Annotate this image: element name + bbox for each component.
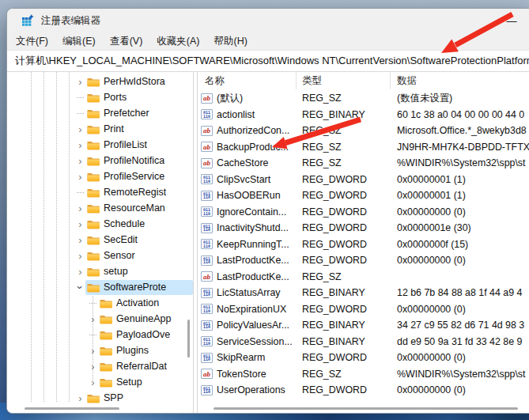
tree-item-secedit[interactable]: ›SecEdit — [7, 232, 193, 248]
value-data: %WINDIR%\System32\spp\st — [391, 157, 529, 168]
tree-item-body[interactable]: SecEdit — [85, 233, 193, 248]
chevron-collapsed-icon[interactable]: › — [75, 140, 85, 150]
value-name-cell: 011110LastProductKe... — [198, 255, 297, 266]
tree-item-body[interactable]: SoftwareProte — [85, 280, 193, 295]
tree-item-profilenotifica[interactable]: ›ProfileNotifica — [7, 153, 193, 168]
chevron-collapsed-icon[interactable]: › — [75, 172, 85, 182]
registry-value-row-backupproduc[interactable]: abBackupProduc...REG_SZJN9HR-MH7K4-DBPDD… — [198, 139, 529, 156]
registry-value-row-lastproductke[interactable]: 011110LastProductKe...REG_DWORD0x0000000… — [198, 252, 529, 269]
menu-item-view[interactable]: 查看(V) — [103, 33, 150, 50]
tree-item-body[interactable]: ProfileList — [85, 138, 193, 153]
tree-item-prefetcher[interactable]: Prefetcher — [7, 105, 193, 121]
tree-item-payloadove[interactable]: PayloadOve — [7, 327, 193, 342]
tree-item-body[interactable]: Activation — [98, 296, 193, 311]
registry-tree-pane[interactable]: ›PerHwIdStoraPortsPrefetcher›Print›Profi… — [7, 72, 194, 413]
tree-item-body[interactable]: Schedule — [85, 217, 193, 232]
menu-item-help[interactable]: 帮助(H) — [206, 33, 254, 50]
tree-item-softwareprote[interactable]: ›SoftwareProte — [7, 279, 193, 295]
registry-value-row-licstatusarray[interactable]: 011110LicStatusArrayREG_BINARY12 b6 7b 8… — [198, 285, 529, 301]
chevron-collapsed-icon[interactable]: › — [75, 235, 85, 245]
chevron-expanded-icon[interactable]: › — [75, 282, 85, 293]
tree-item-profileservice[interactable]: ›ProfileService — [7, 168, 193, 184]
tree-item-body[interactable]: SPP — [85, 391, 193, 406]
menu-item-favorites[interactable]: 收藏夹(A) — [149, 33, 206, 50]
column-header-name[interactable]: 名称 — [198, 72, 297, 89]
tree-item-ports[interactable]: Ports — [7, 89, 193, 105]
tree-item-body[interactable]: PayloadOve — [98, 327, 193, 342]
tree-item-setup[interactable]: ›setup — [7, 263, 193, 279]
tree-item-label: SoftwareProte — [104, 282, 166, 293]
registry-value-row-lastproductke[interactable]: abLastProductKe...REG_SZ — [198, 269, 529, 286]
chevron-collapsed-icon[interactable]: › — [75, 267, 85, 277]
menu-item-file[interactable]: 文件(F) — [9, 33, 55, 50]
tree-item-sensor[interactable]: ›Sensor — [7, 248, 193, 263]
chevron-collapsed-icon[interactable]: › — [75, 393, 85, 403]
registry-value-row-useroperations[interactable]: 011110UserOperationsREG_DWORD0x00000000 … — [198, 382, 529, 399]
tree-item-perhwidstora[interactable]: ›PerHwIdStora — [7, 74, 193, 89]
tree-item-genuineapp[interactable]: ›GenuineApp — [7, 311, 193, 327]
registry-values-pane[interactable]: 名称类型数据 ab(默认)REG_SZ(数值未设置)011110actionli… — [197, 72, 529, 413]
registry-value-row-noexpirationux[interactable]: 011110NoExpirationUXREG_DWORD0x00000000 … — [198, 301, 529, 318]
chevron-collapsed-icon[interactable]: › — [88, 377, 98, 388]
tree-item-referraldat[interactable]: ›ReferralDat — [7, 358, 193, 374]
tree-item-activation[interactable]: Activation — [7, 295, 193, 311]
tree-item-body[interactable]: ReferralDat — [98, 359, 193, 374]
tree-item-body[interactable]: Plugins — [98, 343, 193, 358]
chevron-collapsed-icon[interactable]: › — [75, 203, 85, 214]
binary-value-icon: 011110 — [201, 206, 213, 217]
tree-item-body[interactable]: PerHwIdStora — [85, 74, 193, 89]
registry-value-row-clipsvcstart[interactable]: 011110ClipSvcStartREG_DWORD0x00000001 (1… — [198, 172, 529, 188]
binary-value-icon: 011110 — [201, 353, 213, 363]
tree-item-body[interactable]: Prefetcher — [85, 106, 193, 121]
tree-vertical-scrollbar-thumb[interactable] — [187, 320, 190, 358]
tree-item-body[interactable]: RemoteRegist — [85, 185, 193, 200]
column-header-type[interactable]: 类型 — [297, 72, 391, 89]
tree-item-print[interactable]: ›Print — [7, 121, 193, 137]
registry-value-row-默认[interactable]: ab(默认)REG_SZ(数值未设置) — [198, 90, 529, 107]
list-column-headers: 名称类型数据 — [198, 72, 529, 89]
column-header-data[interactable]: 数据 — [391, 72, 529, 89]
address-bar-input[interactable] — [7, 55, 529, 67]
tree-item-schedule[interactable]: ›Schedule — [7, 216, 193, 232]
tree-item-label: PayloadOve — [116, 329, 170, 340]
chevron-collapsed-icon[interactable]: › — [88, 346, 98, 356]
registry-value-row-ignorecontain[interactable]: 011110IgnoreContain...REG_DWORD0x0000000… — [198, 204, 529, 221]
tree-item-body[interactable]: ResourceMan — [85, 201, 193, 216]
registry-value-row-policyvaluesar[interactable]: 011110PolicyValuesAr...REG_BINARY34 27 c… — [198, 317, 529, 334]
registry-value-row-hasooberun[interactable]: 011110HasOOBERunREG_DWORD0x00000001 (1) — [198, 187, 529, 204]
tree-horizontal-scrollbar-thumb[interactable] — [25, 407, 119, 410]
chevron-collapsed-icon[interactable]: › — [88, 314, 98, 324]
tree-item-body[interactable]: ProfileNotifica — [85, 153, 193, 168]
chevron-collapsed-icon[interactable]: › — [75, 156, 85, 166]
registry-value-row-actionlist[interactable]: 011110actionlistREG_BINARY60 1c 38 a0 04… — [198, 107, 529, 123]
registry-value-row-servicesession[interactable]: 011110ServiceSession...REG_BINARYdd e9 5… — [198, 334, 529, 350]
tree-item-remoteregist[interactable]: RemoteRegist — [7, 184, 193, 200]
minimize-button[interactable]: — — [498, 9, 525, 32]
menu-item-edit[interactable]: 编辑(E) — [55, 33, 103, 50]
chevron-collapsed-icon[interactable]: › — [75, 124, 85, 134]
chevron-collapsed-icon[interactable]: › — [75, 77, 85, 87]
tree-item-profilelist[interactable]: ›ProfileList — [7, 137, 193, 153]
chevron-collapsed-icon[interactable]: › — [75, 251, 85, 261]
tree-item-body[interactable]: Setup — [98, 375, 193, 390]
registry-value-row-inactivityshutd[interactable]: 011110InactivityShutd...REG_DWORD0x00000… — [198, 220, 529, 236]
tree-item-body[interactable]: setup — [85, 264, 193, 279]
tree-item-body[interactable]: GenuineApp — [98, 312, 193, 327]
tree-item-setup[interactable]: ›Setup — [7, 374, 193, 390]
registry-value-row-skiprearm[interactable]: 011110SkipRearmREG_DWORD0x00000000 (0) — [198, 350, 529, 366]
tree-item-plugins[interactable]: ›Plugins — [7, 342, 193, 358]
tree-item-body[interactable]: ProfileService — [85, 169, 193, 184]
list-horizontal-scrollbar-thumb[interactable] — [213, 407, 518, 410]
tree-item-body[interactable]: Print — [85, 122, 193, 137]
tree-item-resourceman[interactable]: ›ResourceMan — [7, 200, 193, 216]
registry-value-row-authorizedcon[interactable]: abAuthorizedCon...REG_SZMicrosoft.Office… — [198, 123, 529, 139]
chevron-collapsed-icon[interactable]: › — [75, 219, 85, 229]
tree-item-body[interactable]: Sensor — [85, 248, 193, 263]
registry-value-row-cachestore[interactable]: abCacheStoreREG_SZ%WINDIR%\System32\spp\… — [198, 155, 529, 172]
chevron-collapsed-icon[interactable]: › — [88, 361, 98, 372]
registry-value-row-tokenstore[interactable]: abTokenStoreREG_SZ%WINDIR%\System32\spp\… — [198, 366, 529, 383]
tree-item-spp[interactable]: ›SPP — [7, 390, 193, 406]
registry-value-row-keeprunningt[interactable]: 011110KeepRunningT...REG_DWORD0x0000000f… — [198, 236, 529, 253]
folder-icon — [87, 140, 100, 150]
tree-item-body[interactable]: Ports — [85, 90, 193, 105]
